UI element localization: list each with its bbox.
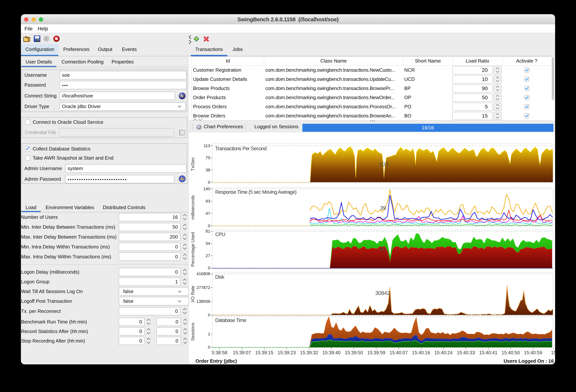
svg-text:15:39:07: 15:39:07 (233, 350, 251, 355)
svg-text:0: 0 (208, 313, 210, 317)
svg-text:15:40:16: 15:40:16 (412, 350, 430, 355)
svg-text:27: 27 (206, 253, 210, 258)
svg-text:15:40:24: 15:40:24 (434, 350, 452, 355)
svg-text:277872: 277872 (197, 285, 210, 290)
svg-text:47: 47 (206, 211, 210, 216)
svg-text:0: 0 (208, 266, 210, 270)
svg-text:Disk: Disk (215, 274, 224, 280)
svg-text:15:40:50: 15:40:50 (502, 350, 520, 355)
svg-text:30842: 30842 (375, 290, 390, 296)
svg-text:416808: 416808 (197, 271, 210, 276)
svg-text:113: 113 (204, 143, 210, 148)
svg-text:Response Time (5 sec Moving Av: Response Time (5 sec Moving Average) (215, 189, 296, 195)
svg-text:93: 93 (206, 199, 210, 204)
svg-text:15:40:33: 15:40:33 (457, 350, 475, 355)
svg-text:1: 1 (208, 332, 210, 336)
svg-text:15:39:59: 15:39:59 (367, 350, 385, 355)
svg-text:milliseconds: milliseconds (190, 195, 195, 220)
svg-text:15:39:15: 15:39:15 (255, 350, 273, 355)
svg-text:15:39:40: 15:39:40 (322, 350, 341, 355)
svg-text:5:38:58: 5:38:58 (212, 350, 227, 355)
svg-text:0: 0 (208, 180, 210, 185)
svg-text:81: 81 (206, 229, 210, 234)
svg-text:Sessions: Sessions (190, 323, 195, 341)
svg-text:138936: 138936 (197, 299, 210, 304)
svg-text:Database Time: Database Time (215, 318, 246, 323)
svg-text:I/O Rate: I/O Rate (190, 286, 195, 302)
svg-text:15:39:50: 15:39:50 (345, 350, 363, 355)
svg-text:15:39:32: 15:39:32 (300, 350, 318, 355)
svg-text:103: 103 (379, 161, 388, 167)
svg-text:75: 75 (206, 155, 210, 160)
svg-text:38: 38 (206, 168, 210, 172)
svg-text:15:40:59: 15:40:59 (524, 350, 542, 355)
svg-text:39: 39 (380, 205, 386, 211)
svg-text:0: 0 (208, 223, 210, 228)
svg-text:54: 54 (206, 241, 210, 246)
svg-text:Transactions Per Second: Transactions Per Second (215, 146, 266, 151)
svg-text:0: 0 (208, 345, 210, 349)
svg-text:15:: 15: (551, 350, 555, 355)
svg-text:CPU: CPU (215, 232, 225, 237)
svg-text:Tx/Sec: Tx/Sec (190, 157, 195, 171)
svg-text:15:40:41: 15:40:41 (479, 350, 497, 355)
svg-text:Percentage Used: Percentage Used (190, 232, 195, 267)
svg-text:15:40:07: 15:40:07 (390, 350, 408, 355)
svg-text:15:39:23: 15:39:23 (278, 350, 296, 355)
svg-text:65: 65 (379, 246, 385, 252)
svg-text:140: 140 (203, 186, 210, 191)
